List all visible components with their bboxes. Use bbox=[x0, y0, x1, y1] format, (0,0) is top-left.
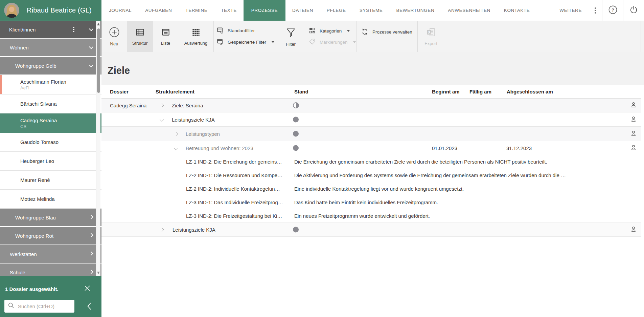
current-user-chip[interactable]: Ribaud Beatrice (GL) bbox=[0, 0, 101, 21]
sidebar-client-cadegg[interactable]: Cadegg Seraina CS bbox=[0, 113, 101, 133]
tab-texte[interactable]: TEXTE bbox=[214, 0, 244, 21]
chevron-right-icon[interactable] bbox=[160, 103, 164, 108]
sidebar-scrollbar[interactable] bbox=[96, 21, 100, 276]
cell-strukturelement: Leistungsziele KJA bbox=[172, 117, 215, 122]
search-input[interactable] bbox=[18, 303, 69, 309]
sidebar-client-aeschlimann[interactable]: Aeschlimann Florian AeFl bbox=[0, 75, 101, 94]
standardfilter-button[interactable]: Standardfilter bbox=[216, 27, 278, 35]
cell-strukturelement: LZ-2 IND-1: Die Ressourcen und Kompe… bbox=[186, 172, 282, 178]
excel-export-icon: X bbox=[426, 27, 436, 39]
person-icon[interactable] bbox=[630, 102, 637, 109]
client-name: Maurer René bbox=[20, 177, 101, 183]
main-navigation: JOURNAL AUFGABEN TERMINE TEXTE PROZESSE … bbox=[101, 0, 644, 21]
tab-prozesse[interactable]: PROZESSE bbox=[244, 0, 285, 21]
export-button: X Export bbox=[417, 21, 444, 52]
power-icon bbox=[629, 5, 638, 16]
help-icon: ? bbox=[608, 5, 618, 16]
close-icon[interactable] bbox=[84, 285, 91, 292]
svg-text:?: ? bbox=[612, 7, 614, 12]
table-row[interactable]: LZ-1 IND-2: Die Erreichung der gemeins… … bbox=[101, 155, 641, 168]
sidebar-client-maurer[interactable]: Maurer René bbox=[0, 171, 101, 190]
chevron-down-icon[interactable] bbox=[160, 117, 164, 122]
cell-strukturelement: LZ-3 IND-2: Die Freizeitgestaltung bei K… bbox=[186, 213, 282, 219]
status-full-icon bbox=[293, 131, 299, 137]
col-abgeschlossen-am[interactable]: Abgeschlossen am bbox=[507, 89, 553, 94]
more-menu-icon[interactable] bbox=[589, 0, 602, 21]
tab-kontakte[interactable]: KONTAKTE bbox=[497, 0, 537, 21]
sidebar-client-gaudolo[interactable]: Gaudolo Tomaso bbox=[0, 133, 101, 152]
sidebar-client-mottez[interactable]: Mottez Melinda bbox=[0, 190, 101, 209]
prozesse-verwalten-button[interactable]: Prozesse verwalten bbox=[361, 28, 417, 36]
table-row[interactable]: Betreuung und Wohnen: 2023 01.01.2023 31… bbox=[101, 141, 641, 155]
tab-termine[interactable]: TERMINE bbox=[179, 0, 214, 21]
view-auswertung-button[interactable]: Auswertung bbox=[178, 21, 213, 52]
scrollbar-thumb[interactable] bbox=[97, 28, 100, 93]
col-beginnt-am[interactable]: Beginnt am bbox=[432, 89, 460, 94]
tab-aufgaben[interactable]: AUFGABEN bbox=[138, 0, 179, 21]
logout-button[interactable] bbox=[623, 0, 644, 21]
col-faellig-am[interactable]: Fällig am bbox=[469, 89, 491, 94]
topbar: Ribaud Beatrice (GL) JOURNAL AUFGABEN TE… bbox=[0, 0, 644, 21]
status-full-icon bbox=[293, 145, 299, 151]
tab-dateien[interactable]: DATEIEN bbox=[285, 0, 320, 21]
chevron-right-icon[interactable] bbox=[160, 228, 164, 232]
tab-systeme[interactable]: SYSTEME bbox=[353, 0, 390, 21]
kategorien-button[interactable]: Kategorien bbox=[309, 27, 356, 35]
cell-strukturelement: LZ-1 IND-2: Die Erreichung der gemeins… bbox=[186, 159, 282, 165]
table-row[interactable]: Leistungsziele KJA bbox=[101, 223, 641, 237]
table-row[interactable]: LZ-2 IND-2: Individuelle Kontaktregelun…… bbox=[101, 182, 641, 195]
filter-button[interactable]: Filter bbox=[278, 21, 304, 52]
scroll-up-icon[interactable] bbox=[97, 23, 100, 25]
sidebar-group-werkstaetten[interactable]: Werkstätten bbox=[0, 245, 101, 263]
col-strukturelement[interactable]: Strukturelement bbox=[156, 89, 194, 94]
cell-strukturelement: Leistungstypen bbox=[186, 131, 220, 137]
sidebar-client-baertschi[interactable]: Bärtschi Silvana bbox=[0, 94, 101, 113]
table-row[interactable]: Cadegg Seraina Ziele: Seraina bbox=[101, 99, 641, 112]
table-row[interactable]: LZ-2 IND-1: Die Ressourcen und Kompe… Di… bbox=[101, 168, 641, 182]
person-icon[interactable] bbox=[630, 116, 637, 123]
table-row[interactable]: LZ-3 IND-2: Die Freizeitgestaltung bei K… bbox=[101, 209, 641, 223]
cell-beginnt-am: 01.01.2023 bbox=[432, 145, 457, 151]
scroll-down-icon[interactable] bbox=[97, 272, 100, 274]
divider bbox=[356, 21, 356, 52]
help-button[interactable]: ? bbox=[602, 0, 623, 21]
cell-stand: Eine individuelle Kontaktregelung liegt … bbox=[294, 186, 464, 192]
col-stand[interactable]: Stand bbox=[294, 89, 308, 94]
sidebar-group-wohngruppe-rot[interactable]: Wohngruppe Rot bbox=[0, 227, 101, 245]
user-name: Ribaud Beatrice (GL) bbox=[27, 6, 92, 14]
gespeicherte-filter-button[interactable]: Gespeicherte Filter bbox=[216, 38, 278, 46]
chevron-down-icon[interactable] bbox=[174, 146, 178, 150]
tab-anwesenheiten[interactable]: ANWESENHEITEN bbox=[441, 0, 497, 21]
person-icon[interactable] bbox=[630, 130, 637, 138]
tag-icon bbox=[309, 38, 316, 46]
new-button[interactable]: Neu bbox=[101, 21, 127, 52]
tab-journal[interactable]: JOURNAL bbox=[102, 0, 138, 21]
table-row[interactable]: LZ-3 IND-1: Das Individuelle Freizeitpro… bbox=[101, 195, 641, 209]
chevron-down-icon[interactable] bbox=[89, 27, 93, 31]
sidebar-client-heuberger[interactable]: Heuberger Leo bbox=[0, 152, 101, 171]
sidebar-menu-icon[interactable] bbox=[70, 21, 78, 38]
table-row[interactable]: Leistungsziele KJA bbox=[101, 112, 641, 127]
collapse-sidebar-icon[interactable] bbox=[85, 301, 94, 313]
tab-pflege[interactable]: PFLEGE bbox=[320, 0, 353, 21]
chevron-down-icon bbox=[347, 30, 350, 32]
sidebar-header[interactable]: Klient/innen bbox=[0, 21, 101, 38]
cell-stand: Ein neues Freizeitprogramm wurde entwick… bbox=[294, 213, 430, 219]
structure-table-icon bbox=[135, 27, 145, 38]
page-title: Ziele bbox=[108, 65, 130, 76]
client-name: Cadegg Seraina bbox=[20, 118, 101, 123]
person-icon[interactable] bbox=[630, 226, 637, 233]
sidebar-group-wohnen[interactable]: Wohnen bbox=[0, 39, 101, 57]
chevron-right-icon[interactable] bbox=[174, 132, 178, 136]
view-struktur-button[interactable]: Struktur bbox=[127, 21, 153, 52]
sidebar-group-wohngruppe-gelb[interactable]: Wohngruppe Gelb bbox=[0, 57, 101, 75]
col-dossier[interactable]: Dossier bbox=[110, 89, 129, 94]
table-row[interactable]: Leistungstypen bbox=[101, 127, 641, 141]
tab-bewertungen[interactable]: BEWERTUNGEN bbox=[389, 0, 441, 21]
tab-weitere[interactable]: WEITERE bbox=[553, 0, 589, 21]
group-label: Wohngruppe Rot bbox=[15, 233, 53, 239]
sidebar-group-wohngruppe-blau[interactable]: Wohngruppe Blau bbox=[0, 209, 101, 227]
view-liste-button[interactable]: Liste bbox=[153, 21, 178, 52]
person-icon[interactable] bbox=[630, 144, 637, 152]
title-band bbox=[101, 52, 644, 85]
